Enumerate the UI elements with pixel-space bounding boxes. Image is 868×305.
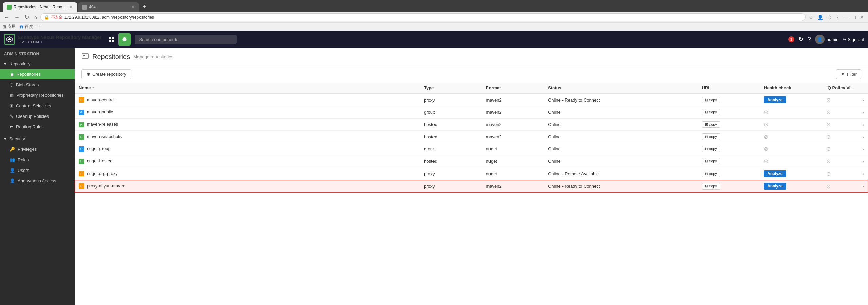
chevron-right-icon: › <box>862 159 864 164</box>
close-window-button[interactable]: ✕ <box>858 14 865 21</box>
cell-health: ⊘ <box>760 106 822 119</box>
forward-button[interactable]: → <box>13 14 21 21</box>
table-row[interactable]: G maven-public group maven2 Online ⊡ cop… <box>75 106 868 119</box>
repo-name: proxy-aliyun-maven <box>87 183 125 189</box>
sidebar-item-repositories[interactable]: ▣ Repositories <box>0 69 75 79</box>
reload-button[interactable]: ↻ <box>23 13 30 21</box>
col-header-url[interactable]: URL <box>698 83 760 93</box>
notification-badge[interactable]: 1 <box>788 36 794 42</box>
analyze-button[interactable]: Analyze <box>764 183 786 190</box>
cell-format: maven2 <box>482 93 544 106</box>
table-row[interactable]: H maven-releases hosted maven2 Online ⊡ … <box>75 119 868 131</box>
back-button[interactable]: ← <box>3 14 11 21</box>
col-header-name[interactable]: Name ↑ <box>75 83 420 93</box>
col-header-format[interactable]: Format <box>482 83 544 93</box>
col-header-iq[interactable]: IQ Policy Vi... <box>822 83 858 93</box>
settings-nav-icon[interactable] <box>118 33 131 46</box>
maximize-button[interactable]: □ <box>852 14 857 21</box>
col-header-health[interactable]: Health check <box>760 83 822 93</box>
sidebar-label-proprietary: Proprietary Repositories <box>16 93 63 98</box>
bookmark-button[interactable]: ☆ <box>808 14 815 21</box>
cell-expand[interactable]: › <box>858 155 868 167</box>
sidebar-item-routing-rules[interactable]: ⇌ Routing Rules <box>0 122 75 132</box>
sidebar-item-anonymous-access[interactable]: 👤 Anonymous Access <box>0 176 75 186</box>
profile-button[interactable]: 👤 <box>816 14 825 21</box>
table-row[interactable]: G nuget-group group nuget Online ⊡ copy … <box>75 143 868 155</box>
sidebar-section-security-header[interactable]: ▾ Security <box>0 133 75 144</box>
tab-close-inactive[interactable]: ✕ <box>131 4 135 10</box>
tab-close-active[interactable]: ✕ <box>69 4 73 10</box>
app-title-block: Sonatype Nexus Repository Manager OSS 3.… <box>18 35 101 44</box>
sidebar-item-privileges[interactable]: 🔑 Privileges <box>0 144 75 155</box>
home-button[interactable]: ⌂ <box>32 14 38 21</box>
cell-health: ⊘ <box>760 119 822 131</box>
cell-expand[interactable]: › <box>858 167 868 180</box>
repositories-table: Name ↑ Type Format Status URL Health che… <box>75 83 868 193</box>
search-input[interactable] <box>135 35 237 44</box>
disabled-icon: ⊘ <box>764 122 768 127</box>
sidebar-item-blob-stores[interactable]: ⬡ Blob Stores <box>0 79 75 90</box>
proxy-type-icon: P <box>79 171 84 176</box>
browser-tab-active[interactable]: Repositories - Nexus Reposito... ✕ <box>3 2 77 12</box>
help-button[interactable]: ? <box>808 36 811 43</box>
browser-tab-inactive[interactable]: 404 ✕ <box>78 2 139 12</box>
copy-url-button[interactable]: ⊡ copy <box>702 158 720 164</box>
copy-url-button[interactable]: ⊡ copy <box>702 183 720 190</box>
filter-button[interactable]: ▼ Filter <box>836 69 861 79</box>
iq-disabled-icon: ⊘ <box>826 109 831 115</box>
browser-toolbar: ← → ↻ ⌂ 🔒 不安全 172.29.9.101:8081/#admin/r… <box>0 12 868 22</box>
browse-icon[interactable] <box>106 33 118 46</box>
address-bar[interactable]: 🔒 不安全 172.29.9.101:8081/#admin/repositor… <box>40 13 806 21</box>
refresh-button[interactable]: ↻ <box>798 36 804 43</box>
header-nav-icons <box>106 33 131 46</box>
sidebar-item-proprietary-repositories[interactable]: ▩ Proprietary Repositories <box>0 90 75 101</box>
table-row[interactable]: P nuget.org-proxy proxy nuget Online - R… <box>75 167 868 180</box>
admin-label: Administration <box>0 48 75 58</box>
table-row[interactable]: H nuget-hosted hosted nuget Online ⊡ cop… <box>75 155 868 167</box>
copy-url-button[interactable]: ⊡ copy <box>702 97 720 103</box>
copy-url-button[interactable]: ⊡ copy <box>702 146 720 152</box>
copy-url-button[interactable]: ⊡ copy <box>702 109 720 115</box>
cell-status: Online - Ready to Connect <box>544 180 698 193</box>
minimize-button[interactable]: — <box>843 14 850 21</box>
new-tab-button[interactable]: + <box>140 2 149 12</box>
main-layout: Administration ▾ Repository ▣ Repositori… <box>0 48 868 305</box>
content-title: Repositories <box>92 53 130 61</box>
sidebar-label-cleanup: Cleanup Policies <box>16 114 49 119</box>
create-repository-button[interactable]: ⊕ Create repository <box>81 69 131 79</box>
copy-url-button[interactable]: ⊡ copy <box>702 133 720 140</box>
table-row[interactable]: P proxy-aliyun-maven proxy maven2 Online… <box>75 180 868 193</box>
col-header-type[interactable]: Type <box>420 83 482 93</box>
copy-url-button[interactable]: ⊡ copy <box>702 121 720 128</box>
settings-button[interactable]: ⋮ <box>834 14 842 21</box>
address-prefix: 不安全 <box>51 15 62 20</box>
cell-expand[interactable]: › <box>858 106 868 119</box>
signout-button[interactable]: ↪ Sign out <box>843 37 864 42</box>
bookmark-apps[interactable]: ⊞ 应用 <box>3 24 16 30</box>
sidebar-item-users[interactable]: 👤 Users <box>0 165 75 176</box>
sidebar-item-cleanup-policies[interactable]: ✎ Cleanup Policies <box>0 111 75 122</box>
cell-expand[interactable]: › <box>858 143 868 155</box>
cell-expand[interactable]: › <box>858 180 868 193</box>
extensions-button[interactable]: ⬡ <box>826 14 833 21</box>
iq-disabled-icon: ⊘ <box>826 183 831 189</box>
analyze-button[interactable]: Analyze <box>764 170 786 177</box>
sidebar-label-content-selectors: Content Selectors <box>16 103 51 108</box>
chevron-right-icon: › <box>862 122 864 127</box>
bookmark-baidu[interactable]: 百 百度一下 <box>20 24 41 30</box>
sidebar-item-content-selectors[interactable]: ⊞ Content Selectors <box>0 101 75 111</box>
analyze-button[interactable]: Analyze <box>764 96 786 103</box>
col-header-status[interactable]: Status <box>544 83 698 93</box>
cell-name: H maven-releases <box>75 119 420 131</box>
cell-expand[interactable]: › <box>858 93 868 106</box>
cell-expand[interactable]: › <box>858 131 868 143</box>
proxy-type-icon: P <box>79 183 84 189</box>
logo-icon <box>4 34 15 45</box>
content-area: Repositories Manage repositories ⊕ Creat… <box>75 48 868 305</box>
sidebar-item-roles[interactable]: 👥 Roles <box>0 155 75 165</box>
cell-expand[interactable]: › <box>858 119 868 131</box>
table-row[interactable]: H maven-snapshots hosted maven2 Online ⊡… <box>75 131 868 143</box>
table-row[interactable]: P maven-central proxy maven2 Online - Re… <box>75 93 868 106</box>
copy-url-button[interactable]: ⊡ copy <box>702 171 720 177</box>
sidebar-section-repository-header[interactable]: ▾ Repository <box>0 58 75 69</box>
